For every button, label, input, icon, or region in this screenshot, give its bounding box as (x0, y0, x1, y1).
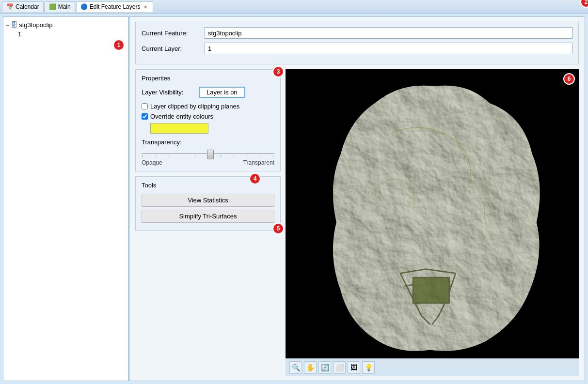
layer-visibility-row: Layer Visibility: Layer is on (142, 87, 274, 98)
clip-checkbox[interactable] (142, 103, 148, 109)
view-statistics-button[interactable]: View Statistics (142, 194, 274, 207)
box-button[interactable]: ⬜ (333, 361, 346, 374)
app-body: – 🗄 stg3topoclip 1 1 Current Feature: Cu… (0, 14, 588, 384)
badge-1: 1 (113, 39, 125, 51)
opaque-label: Opaque (142, 159, 162, 166)
tree-child-item[interactable]: 1 (6, 30, 126, 40)
tab-calendar[interactable]: 📅 Calendar (2, 1, 44, 12)
current-layer-row: Current Layer: (142, 43, 572, 54)
tree-child-label: 1 (18, 31, 21, 38)
edit-feature-icon: 🔵 (80, 3, 88, 10)
tab-label-edit: Edit Feature Layers (90, 3, 141, 10)
layer-on-button[interactable]: Layer is on (199, 87, 245, 98)
main-content: – 🗄 stg3topoclip 1 1 Current Feature: Cu… (3, 16, 585, 381)
tab-label-main: Main (58, 3, 71, 10)
override-checkbox-label: Override entity colours (150, 113, 213, 120)
transparent-label: Transparent (243, 159, 274, 166)
two-col: Properties Layer Visibility: Layer is on… (135, 69, 579, 376)
current-feature-input[interactable] (205, 27, 572, 39)
slider-thumb (207, 150, 214, 159)
slider-container (142, 149, 274, 158)
tab-close-button[interactable]: ✕ (142, 3, 149, 10)
tree-expand-icon: – (6, 22, 9, 28)
clip-checkbox-label: Layer clipped by clipping planes (150, 103, 239, 110)
badge-3: 3 (272, 66, 284, 77)
props-panel: Properties Layer Visibility: Layer is on… (135, 69, 281, 376)
current-feature-label: Current Feature: (142, 30, 205, 37)
light-button[interactable]: 💡 (362, 361, 375, 374)
color-swatch[interactable] (150, 123, 208, 134)
override-checkbox[interactable] (142, 113, 148, 120)
rotate-button[interactable]: 🔄 (318, 361, 331, 374)
frame-button[interactable]: 🖼 (348, 361, 360, 374)
simplify-button[interactable]: Simplify Tri-Surfaces (142, 210, 274, 223)
calendar-icon: 📅 (6, 3, 14, 10)
tab-label-calendar: Calendar (16, 3, 39, 10)
tree-root-item[interactable]: – 🗄 stg3topoclip (6, 20, 126, 30)
tree-db-icon: 🗄 (11, 21, 17, 29)
clip-checkbox-row: Layer clipped by clipping planes (142, 103, 274, 110)
badge-4: 4 (249, 173, 261, 184)
properties-title: Properties (142, 75, 274, 82)
viewport: 6 🔍 ✋ 🔄 ⬜ 🖼 💡 (286, 69, 579, 376)
svg-rect-2 (413, 277, 449, 303)
current-feature-row: Current Feature: (142, 27, 572, 39)
main-icon: 🟩 (49, 3, 56, 10)
transparency-label: Transparency: (142, 138, 274, 146)
zoom-button[interactable]: 🔍 (289, 361, 302, 374)
fields-section: Current Feature: Current Layer: 2 (135, 22, 579, 64)
current-layer-label: Current Layer: (142, 45, 205, 52)
tree-root-label: stg3topoclip (19, 21, 52, 29)
slider-labels: Opaque Transparent (142, 159, 274, 166)
tools-section: Tools View Statistics Simplify Tri-Surfa… (135, 176, 281, 231)
right-panel: Current Feature: Current Layer: 2 Proper… (129, 17, 585, 381)
badge-5: 5 (272, 223, 284, 234)
tab-main[interactable]: 🟩 Main (45, 1, 75, 12)
layer-visibility-label: Layer Visibility: (142, 89, 195, 96)
terrain-svg (286, 69, 579, 358)
tree-panel: – 🗄 stg3topoclip 1 1 (3, 17, 129, 381)
pan-button[interactable]: ✋ (304, 361, 317, 374)
override-checkbox-row: Override entity colours (142, 113, 274, 120)
viewport-toolbar: 🔍 ✋ 🔄 ⬜ 🖼 💡 (286, 358, 579, 376)
transparency-section: Transparency: (142, 138, 274, 166)
properties-section: Properties Layer Visibility: Layer is on… (135, 69, 281, 171)
title-bar: 📅 Calendar 🟩 Main 🔵 Edit Feature Layers … (0, 0, 588, 14)
tab-edit-feature-layers[interactable]: 🔵 Edit Feature Layers ✕ (76, 1, 154, 12)
badge-6: 6 (563, 73, 575, 85)
current-layer-input[interactable] (205, 43, 572, 54)
